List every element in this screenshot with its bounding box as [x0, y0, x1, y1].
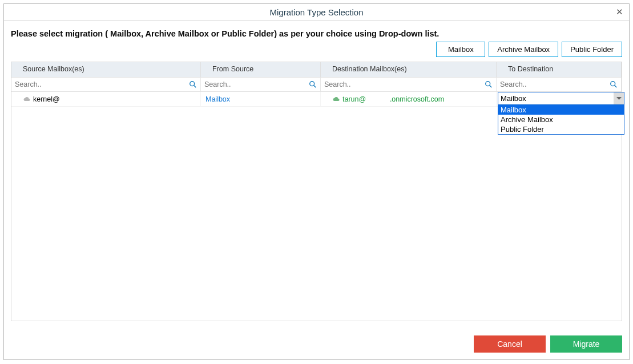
destination-mailbox-cell: tarun@XXXXX.onmicrosoft.com	[321, 92, 497, 106]
destination-suffix: .onmicrosoft.com	[390, 95, 444, 103]
search-from-input[interactable]	[203, 80, 309, 89]
column-headers: Source Mailbox(es) From Source Destinati…	[11, 62, 622, 77]
svg-line-5	[490, 86, 492, 88]
cloud-icon	[23, 96, 31, 102]
svg-point-4	[486, 82, 490, 86]
header-to-destination: To Destination	[497, 62, 622, 77]
svg-point-6	[611, 82, 615, 86]
search-icon	[485, 80, 493, 88]
migration-type-buttons: Mailbox Archive Mailbox Public Folder	[4, 38, 629, 62]
from-source-cell[interactable]: Mailbox	[201, 92, 321, 106]
search-to-input[interactable]	[499, 80, 610, 89]
migrate-button[interactable]: Migrate	[550, 335, 622, 353]
destination-prefix: tarun@	[342, 95, 366, 103]
from-source-value: Mailbox	[205, 95, 230, 103]
svg-line-1	[194, 86, 196, 88]
search-source-input[interactable]	[14, 80, 189, 89]
header-destination-mailbox: Destination Mailbox(es)	[321, 62, 497, 77]
dialog-footer: Cancel Migrate	[474, 335, 622, 353]
dialog-window: Migration Type Selection ✕ Please select…	[3, 3, 630, 360]
header-from-source: From Source	[201, 62, 321, 77]
dropdown-option-mailbox[interactable]: Mailbox	[498, 105, 624, 115]
search-row	[11, 77, 622, 92]
dropdown-option-public[interactable]: Public Folder	[498, 124, 624, 134]
source-mailbox-value: kernel@	[33, 95, 60, 103]
svg-line-7	[615, 86, 617, 88]
search-icon	[309, 80, 317, 88]
chevron-down-icon[interactable]	[614, 92, 624, 104]
source-mailbox-cell: kernel@	[11, 92, 201, 106]
dropdown-selected[interactable]: Mailbox	[498, 92, 624, 105]
search-icon	[610, 80, 618, 88]
to-destination-dropdown[interactable]: Mailbox Mailbox Archive Mailbox Public F…	[498, 92, 624, 135]
svg-point-0	[190, 82, 195, 86]
dropdown-option-archive[interactable]: Archive Mailbox	[498, 115, 624, 124]
cloud-icon	[332, 96, 340, 102]
cancel-button[interactable]: Cancel	[474, 335, 546, 353]
search-icon	[189, 80, 197, 88]
dropdown-list: Mailbox Archive Mailbox Public Folder	[498, 105, 624, 135]
svg-line-3	[314, 86, 316, 88]
instruction-text: Please select migration ( Mailbox, Archi…	[4, 21, 629, 38]
archive-mailbox-button[interactable]: Archive Mailbox	[489, 42, 558, 57]
svg-point-2	[310, 82, 315, 86]
title-bar: Migration Type Selection ✕	[4, 4, 629, 21]
search-destination-input[interactable]	[323, 80, 485, 89]
header-source-mailbox: Source Mailbox(es)	[11, 62, 201, 77]
close-icon[interactable]: ✕	[614, 7, 624, 17]
public-folder-button[interactable]: Public Folder	[562, 42, 622, 57]
mailbox-button[interactable]: Mailbox	[436, 42, 485, 57]
dropdown-selected-value: Mailbox	[501, 94, 526, 103]
dialog-title: Migration Type Selection	[270, 7, 364, 17]
migration-grid: Source Mailbox(es) From Source Destinati…	[11, 62, 622, 321]
